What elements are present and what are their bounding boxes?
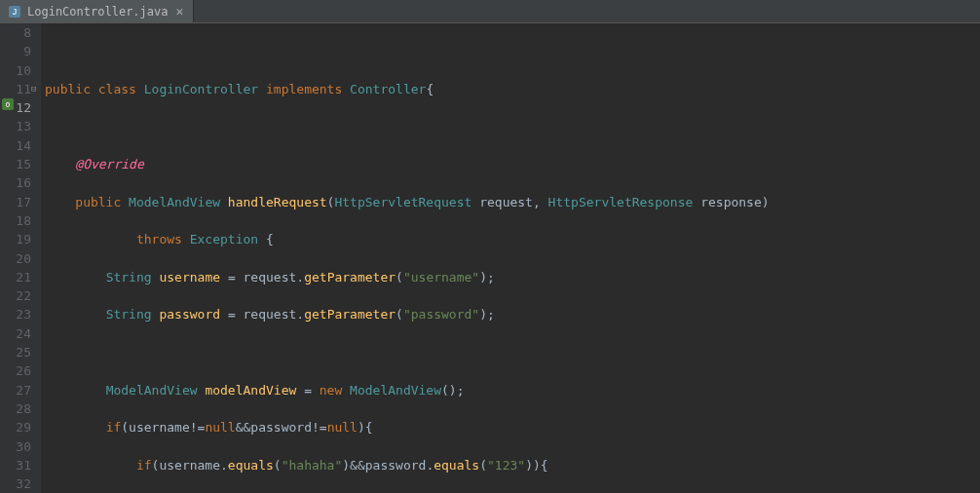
code-line: throws Exception { bbox=[45, 230, 770, 248]
line-number: 23 bbox=[0, 305, 31, 323]
line-number: 27 bbox=[0, 381, 31, 399]
line-number: 18 bbox=[0, 211, 31, 230]
file-tab[interactable]: J LoginController.java ✕ bbox=[0, 0, 194, 22]
line-number: 14 bbox=[0, 136, 31, 155]
close-icon[interactable]: ✕ bbox=[174, 4, 186, 19]
line-number: 16 bbox=[0, 173, 31, 192]
line-number: 31 bbox=[0, 456, 31, 474]
code-line: @Override bbox=[45, 155, 770, 173]
code-editor[interactable]: 8 9 10 11⊟ o12 13 14 15 16 17 18 19 20 2… bbox=[0, 23, 980, 493]
code-line: ModelAndView modelAndView = new ModelAnd… bbox=[45, 381, 770, 399]
code-line bbox=[45, 42, 770, 60]
tab-bar: J LoginController.java ✕ bbox=[0, 0, 980, 23]
line-number: 10 bbox=[0, 61, 31, 80]
code-line: if(username.equals("hahaha")&&password.e… bbox=[45, 456, 770, 474]
line-number: 19 bbox=[0, 230, 31, 248]
line-number: 30 bbox=[0, 437, 31, 456]
line-number: 13 bbox=[0, 117, 31, 135]
line-number-gutter: 8 9 10 11⊟ o12 13 14 15 16 17 18 19 20 2… bbox=[0, 23, 41, 493]
line-number: 26 bbox=[0, 361, 31, 380]
line-number: 20 bbox=[0, 249, 31, 268]
line-number: 24 bbox=[0, 324, 31, 343]
svg-text:J: J bbox=[13, 7, 18, 17]
line-number: 32 bbox=[0, 474, 31, 493]
code-line bbox=[45, 117, 770, 135]
line-number: 29 bbox=[0, 418, 31, 436]
line-number: 28 bbox=[0, 399, 31, 418]
tab-filename: LoginController.java bbox=[27, 5, 169, 19]
code-line: public ModelAndView handleRequest(HttpSe… bbox=[45, 193, 770, 211]
line-number: 17 bbox=[0, 193, 31, 211]
override-icon[interactable]: o bbox=[2, 98, 14, 110]
fold-icon[interactable]: ⊟ bbox=[31, 80, 36, 98]
code-line: if(username!=null&&password!=null){ bbox=[45, 418, 770, 436]
line-number: o12 bbox=[0, 98, 31, 117]
line-number: 8 bbox=[0, 23, 31, 42]
line-number: 15 bbox=[0, 155, 31, 173]
code-content[interactable]: public class LoginController implements … bbox=[41, 23, 770, 493]
line-number: 22 bbox=[0, 286, 31, 305]
code-line: public class LoginController implements … bbox=[45, 80, 770, 98]
line-number: 25 bbox=[0, 343, 31, 361]
line-number: 9 bbox=[0, 42, 31, 60]
line-number: 21 bbox=[0, 268, 31, 286]
code-line: String password = request.getParameter("… bbox=[45, 305, 770, 323]
java-file-icon: J bbox=[8, 5, 21, 19]
code-line: String username = request.getParameter("… bbox=[45, 268, 770, 286]
code-line bbox=[45, 343, 770, 361]
